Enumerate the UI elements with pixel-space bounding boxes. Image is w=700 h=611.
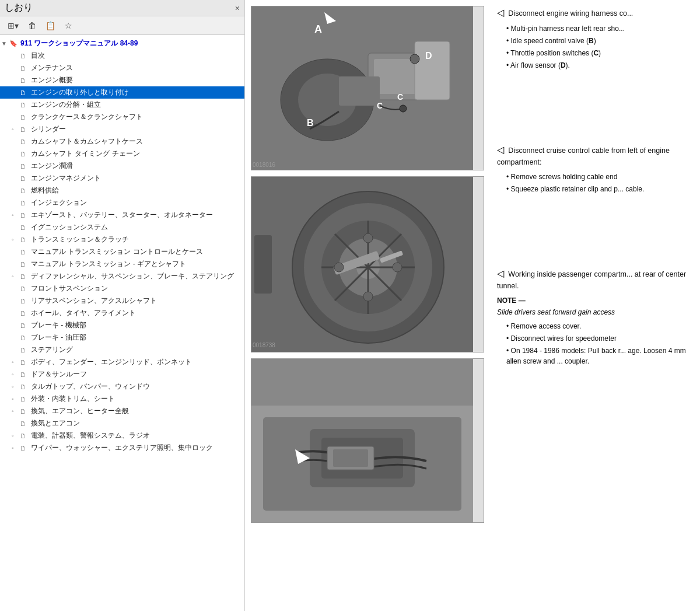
tree-item-label: シリンダー — [31, 124, 66, 134]
brake-image: 0018738 — [251, 177, 473, 352]
svg-text:D: D — [425, 51, 432, 61]
expand-dot-icon: ◦ — [12, 236, 20, 243]
tree-item-24[interactable]: 🗋ステアリング — [0, 344, 244, 356]
tree-item-16[interactable]: 🗋マニュアル トランスミッション コントロールとケース — [0, 246, 244, 258]
tree-item-22[interactable]: 🗋ブレーキ - 機械部 — [0, 319, 244, 331]
tree-item-19[interactable]: 🗋フロントサスペンション — [0, 282, 244, 295]
expand-dot-icon: ◦ — [12, 408, 20, 414]
expand-dot-icon: ◦ — [12, 359, 20, 365]
page-icon: 🗋 — [20, 334, 29, 341]
book-icon: 🔖 — [9, 40, 19, 47]
spacer-18 — [497, 249, 693, 255]
tree-item-label: マニュアル トランスミッション - ギアとシャフト — [31, 259, 186, 269]
svg-point-14 — [410, 54, 419, 64]
tree-item-label: エキゾースト、バッテリー、スターター、オルタネーター — [31, 210, 213, 220]
tree-item-6[interactable]: ◦🗋シリンダー — [0, 123, 244, 135]
spacer-6 — [497, 114, 693, 120]
tree-item-1[interactable]: 🗋メンテナンス — [0, 62, 244, 74]
svg-point-13 — [400, 105, 407, 112]
tree-item-29[interactable]: ◦🗋換気、エアコン、ヒーター全般 — [0, 405, 244, 417]
spacer-2 — [497, 90, 693, 96]
tree-item-20[interactable]: 🗋リアサスペンション、アクスルシャフト — [0, 295, 244, 307]
page-icon: 🗋 — [20, 114, 29, 121]
toolbar-menu-button[interactable]: ⊞▾ — [5, 19, 22, 32]
tunnel-image — [251, 359, 473, 522]
svg-rect-6 — [339, 76, 380, 106]
tree-item-21[interactable]: 🗋ホイール、タイヤ、アライメント — [0, 307, 244, 319]
tree-item-label: カムシャフト タイミング チェーン — [31, 149, 140, 159]
tree-item-28[interactable]: ◦🗋外装・内装トリム、シート — [0, 393, 244, 405]
page-icon: 🗋 — [20, 65, 29, 72]
note-text: Slide drivers seat forward gain access — [497, 307, 693, 317]
tree-item-17[interactable]: 🗋マニュアル トランスミッション - ギアとシャフト — [0, 258, 244, 270]
svg-text:B: B — [307, 118, 314, 128]
tree-item-14[interactable]: 🗋イグニッションシステム — [0, 221, 244, 233]
tree-item-label: 目次 — [31, 51, 45, 61]
expand-dot-icon: ◦ — [12, 445, 20, 451]
svg-rect-4 — [374, 59, 421, 94]
page-icon: 🗋 — [20, 77, 29, 84]
tree-item-30[interactable]: 🗋換気とエアコン — [0, 417, 244, 430]
expand-dot-icon: ◦ — [12, 126, 20, 132]
tree-item-label: ディファレンシャル、サスペンション、ブレーキ、ステアリング — [31, 271, 234, 281]
text-section-1: ◁ Disconnect engine wiring harness co...… — [497, 6, 693, 71]
page-icon: 🗋 — [20, 126, 29, 133]
text-section-2: ◁ Disconnect cruise control cable from l… — [497, 143, 693, 194]
bullet-3-2: Disconnect wires for speedometer — [506, 333, 693, 344]
expand-dot-icon: ◦ — [12, 273, 20, 280]
bullet-2-1: Remove screws holding cable end — [506, 172, 693, 182]
spacer-3 — [497, 96, 693, 102]
page-icon: 🗋 — [20, 200, 29, 207]
svg-point-31 — [393, 263, 402, 272]
tree-item-label: イグニッションシステム — [31, 222, 108, 232]
tree-item-label: 換気、エアコン、ヒーター全般 — [31, 406, 129, 416]
toolbar-bookmark-button[interactable]: ☆ — [62, 19, 75, 32]
tree-item-18[interactable]: ◦🗋ディファレンシャル、サスペンション、ブレーキ、ステアリング — [0, 270, 244, 282]
tree-item-label: エンジン概要 — [31, 75, 73, 85]
tree-item-label: カムシャフト＆カムシャフトケース — [31, 137, 143, 146]
sidebar: しおり × ⊞▾ 🗑 📋 ☆ ▼ 🔖 911 ワークショップマニュアル 84-8… — [0, 0, 245, 611]
tree-item-23[interactable]: 🗋ブレーキ - 油圧部 — [0, 331, 244, 344]
tree-item-4[interactable]: 🗋エンジンの分解・組立 — [0, 99, 244, 111]
spacer-19 — [497, 255, 693, 261]
tree-item-label: 燃料供給 — [31, 186, 59, 195]
tree-item-27[interactable]: ◦🗋タルガトップ、バンパー、ウィンドウ — [0, 380, 244, 393]
tree-item-11[interactable]: 🗋燃料供給 — [0, 184, 244, 197]
svg-text:A: A — [314, 23, 322, 35]
page-icon: 🗋 — [20, 285, 29, 292]
section3-arrow: ◁ — [497, 268, 504, 278]
tree-root-label: 911 ワークショップマニュアル 84-89 — [20, 39, 138, 48]
tree-root[interactable]: ▼ 🔖 911 ワークショップマニュアル 84-89 — [0, 37, 244, 50]
tree-item-label: メンテナンス — [31, 63, 73, 73]
tree-item-15[interactable]: ◦🗋トランスミッション＆クラッチ — [0, 233, 244, 246]
section3-bullets: Remove access cover. Disconnect wires fo… — [506, 321, 693, 366]
tree-item-label: 換気とエアコン — [31, 418, 80, 428]
tree-item-12[interactable]: 🗋インジェクション — [0, 197, 244, 209]
page-text: ◁ Disconnect engine wiring harness co...… — [490, 0, 700, 611]
page-icon: 🗋 — [20, 187, 29, 194]
spacer-16 — [497, 238, 693, 243]
spacer-8 — [497, 125, 693, 131]
tree-item-label: トランスミッション＆クラッチ — [31, 235, 129, 245]
close-icon[interactable]: × — [235, 4, 240, 13]
tree-item-32[interactable]: ◦🗋ワイパー、ウォッシャー、エクステリア照明、集中ロック — [0, 442, 244, 454]
page-icon: 🗋 — [20, 322, 29, 329]
tree-item-10[interactable]: 🗋エンジンマネジメント — [0, 172, 244, 184]
tree-item-26[interactable]: ◦🗋ドア＆サンルーフ — [0, 368, 244, 380]
tree-item-13[interactable]: ◦🗋エキゾースト、バッテリー、スターター、オルタネーター — [0, 209, 244, 221]
svg-point-28 — [363, 233, 373, 243]
page-icon: 🗋 — [20, 371, 29, 378]
spacer-9 — [497, 131, 693, 137]
tree-item-9[interactable]: 🗋エンジン潤滑 — [0, 160, 244, 172]
tree-item-3[interactable]: 🗋エンジンの取り外しと取り付け — [0, 86, 244, 99]
toolbar-copy-button[interactable]: 📋 — [43, 19, 58, 32]
tree-item-0[interactable]: 🗋目次 — [0, 50, 244, 62]
tree-item-2[interactable]: 🗋エンジン概要 — [0, 74, 244, 86]
tree-item-25[interactable]: ◦🗋ボディ、フェンダー、エンジンリッド、ボンネット — [0, 356, 244, 368]
tree-item-8[interactable]: 🗋カムシャフト タイミング チェーン — [0, 148, 244, 160]
tree-item-31[interactable]: ◦🗋電装、計器類、警報システム、ラジオ — [0, 430, 244, 442]
page-images: A B C C D 0018016 — [245, 0, 490, 611]
tree-item-5[interactable]: 🗋クランクケース＆クランクシャフト — [0, 111, 244, 123]
tree-item-7[interactable]: 🗋カムシャフト＆カムシャフトケース — [0, 135, 244, 148]
toolbar-delete-button[interactable]: 🗑 — [25, 19, 39, 32]
